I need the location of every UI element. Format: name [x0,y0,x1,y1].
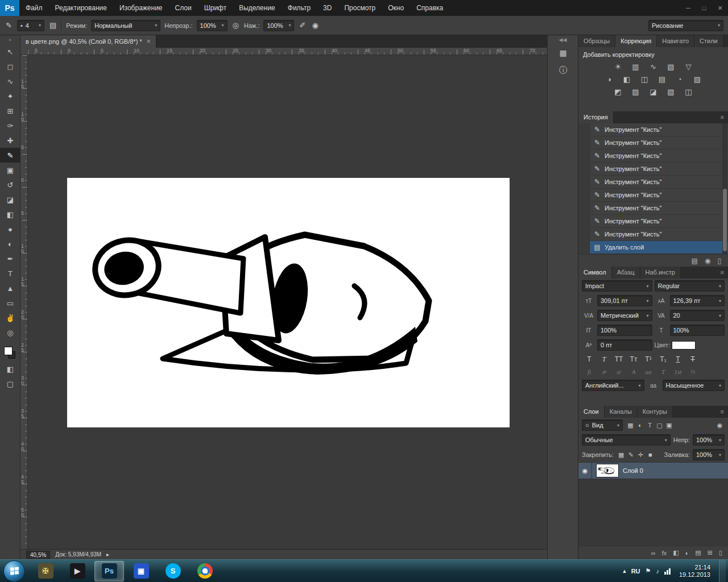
text-style-button[interactable]: T [671,354,685,364]
panel-menu-icon[interactable]: ≡ [717,267,728,278]
adjustment-icon[interactable]: ◔ [673,74,686,85]
info-panel-icon[interactable]: ⓘ [548,61,578,78]
flow-select[interactable]: 100% ▾ [263,20,294,31]
language-indicator[interactable]: RU [631,568,640,575]
document-tab[interactable]: в цвете.png @ 40,5% (Слой 0, RGB/8*) * × [20,35,156,48]
text-style-button[interactable]: T¹ [641,354,656,364]
menu-item[interactable]: Редактирование [49,0,113,16]
lock-position-icon[interactable]: ✛ [636,451,646,459]
clone-stamp-tool[interactable]: ▣ [0,163,20,177]
layer-fill-select[interactable]: 100%▾ [693,449,725,460]
brush-panel-toggle-icon[interactable]: ▤ [48,21,57,30]
horizontal-scale-field[interactable]: 100% [670,325,725,336]
panel-tab[interactable]: Образцы [578,35,615,47]
hidden-icons-arrow[interactable]: ▴ [623,567,626,575]
opentype-button[interactable]: ½ [685,367,700,377]
dodge-tool[interactable]: ◐ [0,236,20,251]
history-state-row[interactable]: ✎ Инструмент "Кисть" [578,163,728,176]
history-brush-tool[interactable]: ↺ [0,177,20,192]
layer-blend-mode-select[interactable]: Обычные▾ [582,434,671,446]
font-family-select[interactable]: Impact▾ [582,280,652,292]
filter-toggle-icon[interactable]: ◉ [715,422,725,429]
taskbar-app-media-player[interactable]: ▶ [63,561,92,581]
filter-smart-objects-icon[interactable]: ▣ [664,422,674,429]
lock-transparency-icon[interactable]: ▦ [617,451,626,459]
action-center-icon[interactable]: ⚑ [646,567,651,575]
adjustment-icon[interactable]: ▨ [691,74,704,85]
history-source-checkbox[interactable] [578,176,590,189]
layer-group-icon[interactable]: ▤ [695,549,701,556]
history-source-checkbox[interactable] [578,149,590,163]
screen-mode-icon[interactable]: ▢ [0,376,20,391]
panel-tab[interactable]: Символ [578,267,612,278]
show-desktop-button[interactable] [719,560,726,582]
adjustment-icon[interactable]: ☀ [612,62,624,72]
history-source-checkbox[interactable] [578,241,590,254]
layer-opacity-select[interactable]: 100%▾ [693,434,725,446]
volume-icon[interactable]: ♪ [656,568,659,575]
text-style-button[interactable]: T₁ [656,354,671,364]
opentype-button[interactable]: A [626,367,641,377]
adjustment-icon[interactable]: ▥ [630,62,642,72]
blend-mode-select[interactable]: Нормальный ▾ [91,20,160,31]
foreground-color-swatch[interactable] [4,347,13,355]
text-style-button[interactable]: TT [611,354,626,364]
font-size-select[interactable]: 309,01 пт▾ [597,295,652,306]
history-source-checkbox[interactable] [578,136,590,149]
text-style-button[interactable]: T [685,354,700,364]
history-source-checkbox[interactable] [578,163,590,176]
lasso-tool[interactable]: ∿ [0,74,20,89]
workspace-select[interactable]: Рисование ▾ [648,20,723,31]
canvas-image[interactable] [67,178,510,427]
history-panel-tab[interactable]: История [578,111,614,123]
text-style-button[interactable]: T [597,354,611,364]
start-button[interactable] [3,560,25,582]
layer-filter-select[interactable]: ○ Вид▾ [582,419,623,431]
panel-tab[interactable]: Контуры [638,406,673,418]
network-icon[interactable] [664,568,671,575]
link-layers-icon[interactable]: ∞ [651,550,656,556]
shape-tool[interactable]: ▭ [0,296,20,310]
lock-pixels-icon[interactable]: ✎ [626,451,636,459]
status-options-arrow-icon[interactable]: ▸ [106,551,109,558]
quick-mask-icon[interactable]: ◧ [0,361,20,376]
layer-row[interactable]: ◉ Слой 0 [578,462,728,479]
panel-tab[interactable]: Стили [694,35,723,47]
adjustment-layer-icon[interactable]: ◐ [685,550,689,556]
menu-item[interactable]: Окно [382,0,410,16]
scrollbar-thumb[interactable] [723,189,727,251]
healing-brush-tool[interactable]: ✚ [0,133,20,148]
menu-item[interactable]: Просмотр [338,0,382,16]
quick-selection-tool[interactable]: ✦ [0,89,20,103]
menu-item[interactable]: Файл [19,0,49,16]
history-state-row[interactable]: ✎ Инструмент "Кисть" [578,215,728,228]
history-state-row[interactable]: ▤ Удалить слой [578,241,728,254]
horizontal-ruler[interactable]: 50510152025303540455055606570 [28,48,547,55]
dock-expand-icon[interactable]: ◀◀ [548,35,578,44]
brush-size-picker[interactable]: • 4 ▾ [17,20,44,31]
font-style-select[interactable]: Regular▾ [655,280,725,292]
menu-item[interactable]: 3D [317,0,338,16]
close-button[interactable]: ✕ [712,0,728,16]
zoom-level-field[interactable]: 40,5% [26,551,50,559]
opentype-button[interactable]: st [611,367,626,377]
filter-adjustment-layers-icon[interactable]: ◐ [635,422,645,429]
color-swatches[interactable] [0,344,20,361]
adjustment-icon[interactable]: ▧ [665,62,677,72]
taskbar-clock[interactable]: 21:14 19.12.2013 [676,564,714,579]
antialias-select[interactable]: Насыщенное▾ [663,380,725,391]
delete-layer-icon[interactable]: ▯ [719,549,722,556]
adjustment-icon[interactable]: ▧ [665,87,677,97]
canvas-pasteboard[interactable] [28,55,547,549]
panel-tab[interactable]: Навигато [657,35,694,47]
path-selection-tool[interactable]: ▲ [0,281,20,296]
panel-tab[interactable]: Каналы [605,406,638,418]
opentype-button[interactable]: ℯ [597,367,611,377]
tool-preset-icon[interactable]: ✎ [5,21,13,30]
history-state-row[interactable]: ✎ Инструмент "Кисть" [578,136,728,149]
leading-select[interactable]: 126,39 пт▾ [670,295,725,306]
adjustment-icon[interactable]: ◩ [612,87,624,97]
text-style-button[interactable]: T [582,354,597,364]
vertical-scale-field[interactable]: 100% [597,325,652,336]
minimize-button[interactable]: ─ [680,0,696,16]
